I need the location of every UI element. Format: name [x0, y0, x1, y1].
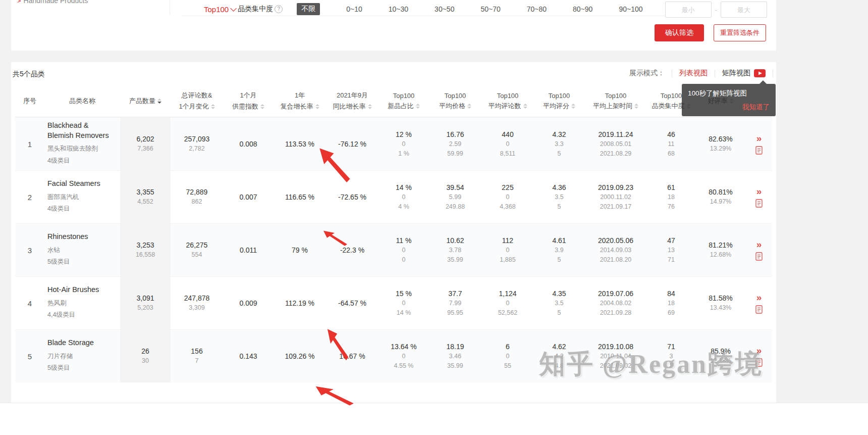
reset-filter-button[interactable]: 重置筛选条件 [714, 24, 766, 41]
table-cell: 471371 [647, 224, 695, 276]
row-actions-cell: » [746, 277, 772, 329]
chevron-down-icon[interactable] [230, 5, 237, 12]
report-icon[interactable] [755, 305, 763, 314]
row-index-cell: 3 [15, 224, 44, 276]
page-footer [0, 403, 868, 435]
column-header[interactable]: 1年复合增长率 [274, 91, 326, 111]
filter-option[interactable]: 0~10 [346, 5, 362, 13]
annotation-arrow [327, 328, 349, 362]
sort-icon[interactable] [157, 99, 161, 104]
expand-icon[interactable]: » [756, 239, 762, 249]
top100-dropdown[interactable]: Top100 [204, 5, 229, 14]
table-cell: 44008,511 [481, 118, 534, 170]
filter-option[interactable]: 80~90 [573, 5, 592, 13]
column-header[interactable]: 1个月供需指数 [223, 91, 274, 111]
row-index-cell: 1 [15, 118, 44, 170]
filter-option[interactable]: 70~80 [527, 5, 547, 13]
table-cell: 13.64 %04.55 % [378, 330, 429, 382]
row-index-cell: 5 [15, 330, 44, 382]
category-table: 序号品类名称产品数量总评论数&1个月变化1个月供需指数1年复合增长率2021年9… [15, 85, 772, 382]
help-icon[interactable]: ? [275, 5, 283, 13]
table-cell: 80.81%14.97% [695, 171, 746, 223]
sort-icon[interactable] [571, 104, 575, 109]
column-header[interactable]: 产品数量 [120, 96, 171, 106]
matrix-view-label: 矩阵视图 [722, 69, 750, 78]
column-header[interactable]: Top100新品占比 [378, 92, 429, 111]
table-cell: 18.193.4635.99 [429, 330, 481, 382]
expand-icon[interactable]: » [756, 293, 762, 302]
sort-icon[interactable] [523, 104, 527, 109]
column-header[interactable]: Top100平均评分 [534, 92, 584, 111]
filter-option[interactable]: 10~30 [389, 5, 408, 13]
report-icon[interactable] [755, 252, 763, 261]
expand-icon[interactable]: » [756, 186, 762, 196]
category-level: 5级类目 [47, 362, 116, 374]
column-header[interactable]: Top100平均评论数 [481, 92, 534, 111]
filter-option[interactable]: 30~50 [435, 5, 454, 13]
category-level: 4,4级类目 [47, 309, 116, 321]
sort-icon[interactable] [260, 104, 264, 109]
column-header[interactable]: Top100平均价格 [429, 92, 481, 111]
table-cell: 4.353.55 [534, 277, 584, 329]
category-name-cn: 热风刷 [47, 298, 116, 310]
table-cell: 0.007 [223, 171, 274, 223]
breadcrumb-label: Handmade Products [24, 0, 88, 5]
column-header[interactable]: Top100平均上架时间 [584, 92, 647, 111]
video-icon[interactable] [754, 69, 766, 77]
sort-icon[interactable] [467, 104, 471, 109]
table-row: 2Facial Steamers面部蒸汽机4级类目3,3554,55272,88… [15, 170, 772, 223]
category-name-en: Rhinestones [47, 232, 116, 242]
column-header[interactable]: 2021年9月同比增长率 [326, 91, 378, 111]
confirm-filter-button[interactable]: 确认筛选 [655, 24, 704, 41]
table-cell: 3,25316,558 [120, 224, 171, 276]
matrix-view-link[interactable]: 矩阵视图 [722, 69, 766, 78]
table-cell: 11 %00 [378, 224, 429, 276]
annotation-arrow [319, 148, 351, 184]
table-cell: 22504,368 [481, 171, 534, 223]
report-icon[interactable] [755, 146, 763, 155]
report-icon[interactable] [755, 199, 763, 208]
category-name-cn: 黑头和瑕疵去除剂 [47, 143, 116, 155]
category-name-cell: Facial Steamers面部蒸汽机4级类目 [44, 171, 120, 223]
table-cell: 26,275554 [171, 224, 223, 276]
column-header: 序号 [15, 96, 44, 106]
filter-option[interactable]: 50~70 [480, 5, 500, 13]
min-value-input[interactable] [665, 2, 712, 18]
table-cell: 611876 [647, 171, 695, 223]
sort-icon[interactable] [634, 104, 638, 109]
category-name-cn: 面部蒸汽机 [47, 191, 116, 204]
sort-icon[interactable] [315, 104, 319, 109]
table-cell: 79 % [274, 224, 326, 276]
tooltip-dismiss-link[interactable]: 我知道了 [742, 103, 770, 112]
category-level: 4级类目 [47, 155, 116, 167]
divider [773, 70, 773, 77]
table-cell: 2019.11.242008.05.012021.08.29 [584, 118, 647, 170]
sort-icon[interactable] [416, 104, 420, 109]
max-value-input[interactable] [721, 2, 767, 18]
filter-option[interactable]: 90~100 [619, 5, 642, 13]
table-cell: 37.77.9995.95 [429, 277, 481, 329]
sort-icon[interactable] [368, 104, 372, 109]
table-cell: -64.57 % [326, 277, 378, 329]
table-cell: 257,0932,782 [171, 118, 223, 170]
table-cell: 81.58%13.43% [695, 277, 746, 329]
table-cell: 16.762.5959.99 [429, 118, 481, 170]
breadcrumb[interactable]: >Handmade Products [17, 0, 88, 5]
table-cell: 2020.05.062014.09.032021.08.20 [584, 224, 647, 276]
table-cell: 1,124052,562 [481, 277, 534, 329]
column-header[interactable]: 总评论数&1个月变化 [171, 91, 223, 111]
divider [170, 0, 170, 15]
range-separator: - [715, 6, 717, 14]
table-cell: 0.143 [223, 330, 274, 382]
list-view-link[interactable]: 列表视图 [679, 69, 708, 78]
row-actions-cell: » [746, 118, 772, 170]
divider [672, 70, 672, 77]
table-cell: 2019.07.062004.08.022021.09.28 [584, 277, 647, 329]
table-row: 1Blackhead & Blemish Removers黑头和瑕疵去除剂4级类… [15, 117, 772, 170]
sort-icon[interactable] [211, 104, 215, 109]
table-cell: 14 %04 % [378, 171, 429, 223]
expand-icon[interactable]: » [756, 133, 762, 143]
filter-option[interactable]: 不限 [297, 3, 320, 15]
category-name-cn: 水钻 [47, 245, 116, 257]
category-name-en: Blackhead & Blemish Removers [47, 121, 116, 140]
